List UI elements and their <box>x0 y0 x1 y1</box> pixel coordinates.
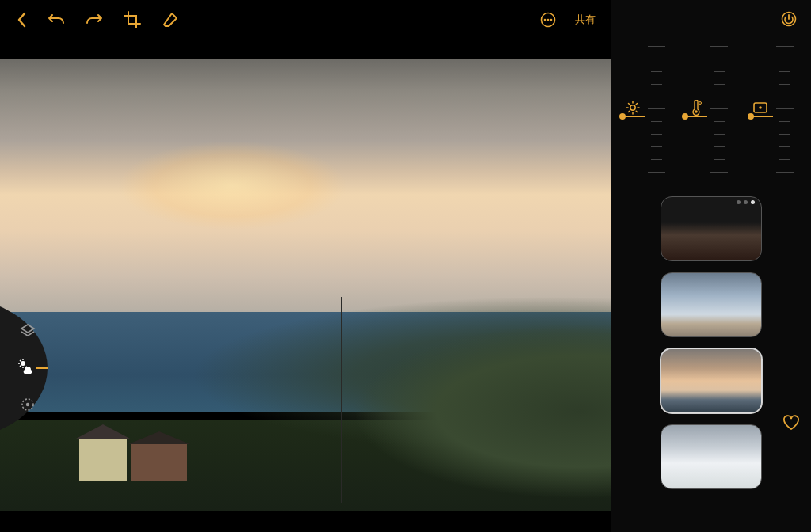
time-exposure-icon[interactable] <box>19 396 36 416</box>
svg-point-4 <box>21 361 25 366</box>
toolbar-left-group <box>16 11 179 28</box>
frame-icon <box>752 101 768 117</box>
toolbar-right-group: 共有 <box>540 12 596 28</box>
svg-point-3 <box>550 19 553 21</box>
canvas-area <box>0 59 611 532</box>
svg-point-12 <box>760 106 763 109</box>
undo-button[interactable] <box>48 13 65 27</box>
frame-slider[interactable] <box>773 46 797 173</box>
temperature-slider-group <box>690 46 731 173</box>
temperature-slider[interactable] <box>707 46 731 173</box>
preset-dusk-dark[interactable] <box>661 196 762 261</box>
photo-foreground <box>79 421 198 481</box>
side-panel <box>611 0 811 532</box>
preset-pagination-dots <box>737 200 755 204</box>
crop-button[interactable] <box>124 11 141 28</box>
brightness-slider-group <box>626 46 668 173</box>
layers-adjust-icon[interactable] <box>19 320 36 340</box>
more-options-button[interactable] <box>540 12 556 28</box>
brightness-slider[interactable] <box>645 46 668 173</box>
top-toolbar: 共有 <box>0 0 611 40</box>
svg-point-8 <box>630 105 634 110</box>
svg-point-10 <box>699 102 701 104</box>
svg-point-1 <box>544 19 546 21</box>
favorite-button[interactable] <box>782 415 800 434</box>
photo-pole <box>341 297 342 503</box>
frame-slider-group <box>752 46 797 173</box>
redo-button[interactable] <box>86 13 103 27</box>
preset-overcast-bright[interactable] <box>661 424 762 489</box>
preset-blue-sky[interactable] <box>661 272 762 337</box>
erase-button[interactable] <box>162 11 179 28</box>
power-button[interactable] <box>781 11 797 30</box>
svg-point-9 <box>695 110 698 113</box>
share-button[interactable]: 共有 <box>575 13 596 27</box>
svg-point-6 <box>26 403 29 406</box>
preset-golden-clouds[interactable] <box>661 348 762 413</box>
edited-photo[interactable] <box>0 59 611 511</box>
sky-presets <box>611 196 811 532</box>
back-button[interactable] <box>16 12 27 28</box>
svg-point-2 <box>547 19 550 21</box>
sliders-row <box>611 38 811 180</box>
sky-weather-icon[interactable] <box>17 358 36 378</box>
